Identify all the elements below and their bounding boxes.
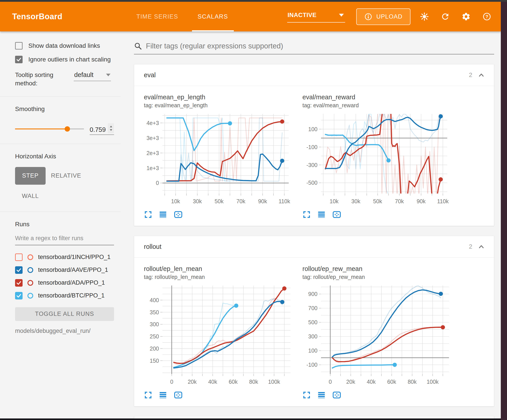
axis-option-relative[interactable]: RELATIVE bbox=[46, 167, 87, 185]
run-label: tensorboard/AAVE/PPO_1 bbox=[38, 267, 108, 273]
help-icon[interactable]: ? bbox=[482, 12, 492, 21]
series-end-dot-ada-smoothed[interactable] bbox=[282, 286, 287, 291]
show-download-links-row[interactable]: Show data download links bbox=[15, 42, 114, 49]
run-row[interactable]: tensorboard/AAVE/PPO_1 bbox=[15, 264, 114, 276]
chart-canvas[interactable]: 10k30k50k70k90k110k100-100-300-500 bbox=[303, 111, 451, 206]
smoothing-slider-thumb[interactable] bbox=[65, 126, 70, 131]
fit-domain-icon[interactable] bbox=[174, 391, 183, 399]
run-checkbox[interactable] bbox=[15, 254, 23, 261]
fit-domain-icon[interactable] bbox=[332, 391, 341, 399]
smoothing-value-input[interactable] bbox=[90, 126, 106, 133]
collapse-section-icon[interactable] bbox=[478, 71, 485, 79]
series-end-dot-ada-smoothed[interactable] bbox=[439, 177, 443, 182]
chart-canvas[interactable]: 10k30k50k70k90k110k01e+32e+33e+34e+3 bbox=[144, 111, 292, 206]
toggle-all-runs-button[interactable]: TOGGLE ALL RUNS bbox=[15, 307, 114, 321]
expand-chart-icon[interactable] bbox=[303, 391, 310, 399]
series-end-dot-btc-smoothed[interactable] bbox=[228, 121, 232, 125]
content-area: Show data download links Ignore outliers… bbox=[0, 31, 501, 419]
horizontal-axis-options: STEP RELATIVE WALL bbox=[15, 167, 95, 203]
spinner-stepper-icon[interactable] bbox=[108, 123, 114, 133]
status-dropdown[interactable]: INACTIVE bbox=[287, 11, 345, 23]
series-end-dot-btc-smoothed[interactable] bbox=[386, 158, 391, 163]
tensorboard-app: TensorBoard TIME SERIES SCALARS INACTIVE… bbox=[0, 2, 501, 419]
x-tick-label: 40k bbox=[367, 379, 376, 385]
x-tick-label: 100k bbox=[268, 379, 280, 385]
smoothing-value-field[interactable] bbox=[90, 123, 114, 135]
section-header-eval[interactable]: eval 2 bbox=[134, 64, 494, 86]
run-checkbox[interactable] bbox=[15, 279, 23, 287]
chart-canvas[interactable]: 020k40k60k80k100k-100100300500700900 bbox=[303, 283, 452, 386]
y-tick-label: -100 bbox=[306, 144, 317, 150]
series-end-dot-aave-smoothed[interactable] bbox=[439, 292, 443, 296]
refresh-icon[interactable] bbox=[441, 12, 450, 21]
tooltip-sorting-row: Tooltip sorting method: default bbox=[15, 71, 114, 88]
section-card-eval: eval 2 eval/mean_ep_lengthtag: eval/mean… bbox=[134, 64, 494, 226]
runs-list: tensorboard/1INCH/PPO_1tensorboard/AAVE/… bbox=[15, 251, 114, 302]
run-row[interactable]: tensorboard/BTC/PPO_1 bbox=[15, 289, 114, 302]
series-line-ada-raw bbox=[174, 288, 284, 364]
series-end-dot-btc-smoothed[interactable] bbox=[234, 304, 238, 308]
x-tick-label: 30k bbox=[351, 198, 360, 204]
y-tick-label: 3e+3 bbox=[147, 135, 159, 141]
window-right-edge bbox=[501, 0, 507, 420]
series-end-dot-btc-smoothed[interactable] bbox=[393, 363, 397, 367]
y-tick-label: 300 bbox=[150, 321, 159, 327]
section-header-rollout[interactable]: rollout 2 bbox=[134, 236, 494, 258]
axis-option-step[interactable]: STEP bbox=[15, 167, 46, 185]
dashboard-main: eval 2 eval/mean_ep_lengthtag: eval/mean… bbox=[121, 31, 501, 419]
y-tick-label: 300 bbox=[308, 333, 317, 339]
series-end-dot-aave-smoothed[interactable] bbox=[280, 300, 284, 304]
upload-button[interactable]: UPLOAD bbox=[356, 8, 410, 25]
expand-chart-icon[interactable] bbox=[144, 211, 152, 218]
chart-card: eval/mean_ep_lengthtag: eval/mean_ep_len… bbox=[144, 94, 299, 220]
show-download-links-checkbox[interactable] bbox=[15, 42, 23, 49]
smoothing-slider[interactable] bbox=[15, 129, 84, 129]
ignore-outliers-checkbox[interactable] bbox=[15, 56, 23, 63]
run-checkbox[interactable] bbox=[15, 266, 23, 274]
collapse-section-icon[interactable] bbox=[478, 243, 485, 251]
tab-scalars[interactable]: SCALARS bbox=[188, 2, 238, 31]
chart-data-table-icon[interactable] bbox=[159, 211, 167, 218]
runs-filter-input[interactable] bbox=[15, 234, 114, 245]
chart-data-table-icon[interactable] bbox=[159, 391, 167, 399]
run-row[interactable]: tensorboard/1INCH/PPO_1 bbox=[15, 251, 114, 263]
axis-option-wall[interactable]: WALL bbox=[15, 190, 46, 203]
expand-chart-icon[interactable] bbox=[144, 391, 152, 399]
y-tick-label: 200 bbox=[150, 345, 159, 352]
series-end-dot-aave-smoothed[interactable] bbox=[439, 114, 443, 118]
run-color-circle bbox=[28, 293, 33, 299]
y-tick-label: 500 bbox=[308, 319, 317, 325]
chart-data-table-icon[interactable] bbox=[317, 211, 325, 218]
series-line-aave-raw bbox=[174, 298, 282, 368]
x-tick-label: 50k bbox=[215, 198, 224, 204]
upload-button-label: UPLOAD bbox=[376, 13, 402, 20]
fit-domain-icon[interactable] bbox=[174, 211, 183, 218]
settings-icon[interactable] bbox=[461, 12, 471, 21]
chart-actions bbox=[144, 211, 299, 218]
show-download-links-label: Show data download links bbox=[28, 42, 100, 49]
run-checkbox[interactable] bbox=[15, 292, 23, 299]
y-tick-label: 1e+3 bbox=[147, 165, 159, 171]
x-tick-label: 30k bbox=[193, 198, 202, 204]
chart-canvas[interactable]: 020k40k60k80k100k150200250300350400 bbox=[144, 283, 294, 386]
expand-chart-icon[interactable] bbox=[303, 211, 310, 218]
chart-card: eval/mean_rewardtag: eval/mean_reward10k… bbox=[303, 94, 458, 220]
y-tick-label: -100 bbox=[306, 362, 317, 368]
brightness-icon[interactable] bbox=[420, 12, 429, 21]
tab-time-series[interactable]: TIME SERIES bbox=[127, 2, 188, 31]
tag-filter-input[interactable] bbox=[145, 41, 494, 50]
fit-domain-icon[interactable] bbox=[332, 211, 341, 218]
chart-title: rollout/ep_rew_mean bbox=[303, 265, 458, 272]
series-end-dot-ada-smoothed[interactable] bbox=[441, 325, 445, 329]
chart-tag-subtitle: tag: eval/mean_ep_length bbox=[144, 102, 299, 109]
ignore-outliers-row[interactable]: Ignore outliers in chart scaling bbox=[15, 56, 114, 63]
series-end-dot-aave-smoothed[interactable] bbox=[280, 158, 284, 163]
tooltip-sorting-dropdown[interactable]: default bbox=[74, 71, 111, 81]
x-tick-label: 20k bbox=[188, 379, 197, 385]
x-tick-label: 110k bbox=[279, 198, 290, 204]
run-row[interactable]: tensorboard/ADA/PPO_1 bbox=[15, 277, 114, 289]
series-end-dot-ada-smoothed[interactable] bbox=[280, 119, 284, 124]
y-tick-label: -500 bbox=[306, 179, 317, 186]
chart-data-table-icon[interactable] bbox=[317, 391, 325, 399]
horizontal-axis-label: Horizontal Axis bbox=[15, 153, 114, 160]
